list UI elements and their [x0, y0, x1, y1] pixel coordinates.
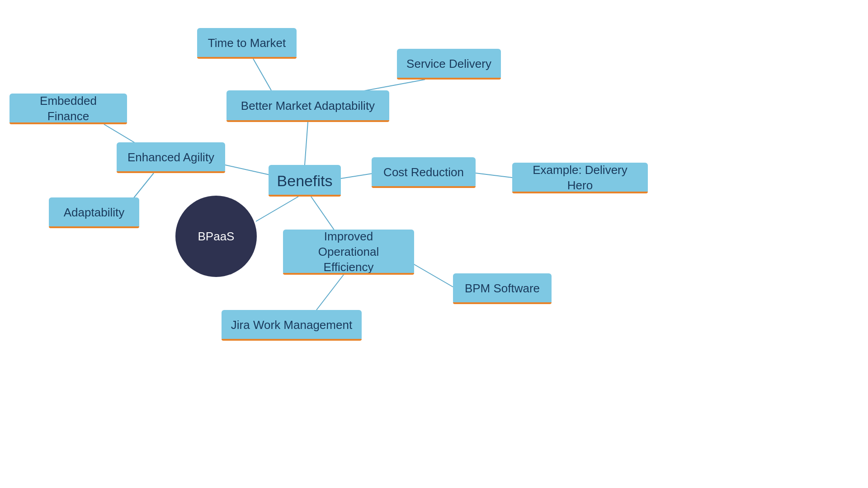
- embedded-finance-node[interactable]: Embedded Finance: [9, 94, 127, 124]
- service-delivery-label: Service Delivery: [406, 56, 491, 72]
- adaptability-label: Adaptability: [64, 205, 124, 221]
- bpaas-label: BPaaS: [198, 230, 235, 244]
- better-market-label: Better Market Adaptability: [241, 99, 375, 114]
- bpm-software-label: BPM Software: [465, 281, 540, 296]
- benefits-node[interactable]: Benefits: [269, 165, 341, 197]
- example-delivery-hero-node[interactable]: Example: Delivery Hero: [512, 163, 648, 193]
- benefits-label: Benefits: [277, 172, 333, 190]
- cost-reduction-label: Cost Reduction: [383, 165, 464, 180]
- bpaas-node[interactable]: BPaaS: [175, 196, 257, 277]
- time-to-market-label: Time to Market: [208, 36, 286, 51]
- jira-node[interactable]: Jira Work Management: [222, 310, 362, 341]
- svg-line-8: [476, 173, 512, 178]
- bpm-software-node[interactable]: BPM Software: [453, 273, 552, 304]
- enhanced-agility-node[interactable]: Enhanced Agility: [117, 142, 225, 173]
- svg-line-9: [311, 197, 335, 230]
- time-to-market-node[interactable]: Time to Market: [197, 28, 297, 59]
- example-delivery-hero-label: Example: Delivery Hero: [521, 163, 639, 193]
- cost-reduction-node[interactable]: Cost Reduction: [372, 157, 476, 188]
- svg-line-1: [305, 122, 308, 165]
- svg-line-7: [341, 173, 375, 178]
- svg-line-11: [316, 275, 344, 310]
- svg-line-0: [256, 197, 298, 221]
- adaptability-node[interactable]: Adaptability: [49, 197, 139, 228]
- jira-label: Jira Work Management: [231, 318, 352, 333]
- service-delivery-node[interactable]: Service Delivery: [397, 49, 501, 80]
- svg-line-2: [253, 59, 271, 90]
- embedded-finance-label: Embedded Finance: [19, 94, 118, 124]
- enhanced-agility-label: Enhanced Agility: [127, 150, 214, 165]
- improved-efficiency-label: Improved Operational Efficiency: [292, 229, 405, 275]
- improved-efficiency-node[interactable]: Improved Operational Efficiency: [283, 230, 414, 275]
- better-market-node[interactable]: Better Market Adaptability: [226, 90, 389, 122]
